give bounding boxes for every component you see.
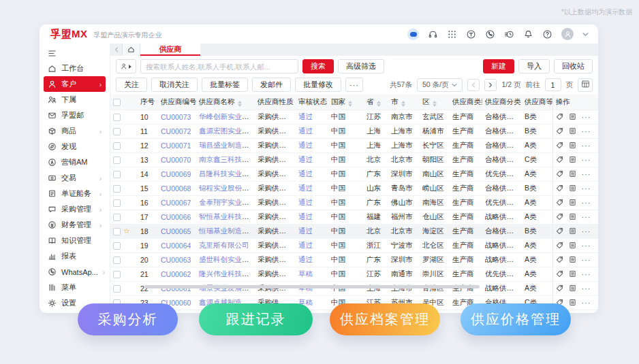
whatsapp-icon[interactable] xyxy=(485,29,495,39)
table-row[interactable]: 20CU00063盛世科创实业公司采购供应商通过中国广东深圳市罗湖区生产商战略供… xyxy=(110,252,598,267)
bell-icon[interactable] xyxy=(523,29,533,39)
detail-icon[interactable] xyxy=(569,199,576,206)
cell-status[interactable]: 通过 xyxy=(296,224,328,238)
cell-status[interactable]: 通过 xyxy=(296,167,328,181)
prev-page-button[interactable] xyxy=(467,79,480,91)
table-row[interactable]: 11CU00072鑫源宏图实业集团采购供应商通过中国上海上海市杨浦市生产商合格供… xyxy=(110,124,598,138)
column-header-type[interactable]: 供应商类型 xyxy=(450,95,482,110)
row-more-button[interactable]: ··· xyxy=(582,143,591,148)
sidebar-item-knowledge[interactable]: 知识管理 xyxy=(44,233,106,248)
row-more-button[interactable]: ··· xyxy=(582,243,591,248)
detail-icon[interactable] xyxy=(569,213,576,220)
sort-icon[interactable] xyxy=(377,101,381,107)
column-header-name[interactable]: 供应商名称 xyxy=(196,95,255,110)
column-header-country[interactable]: 国家 xyxy=(328,95,364,110)
tag-icon[interactable] xyxy=(556,270,563,278)
quick-action-purchase-analysis[interactable]: 采购分析 xyxy=(78,303,178,335)
sidebar-item-purchase[interactable]: 采购管理› xyxy=(44,201,106,217)
cell-status[interactable]: 通过 xyxy=(296,238,328,252)
cell-code[interactable]: CU00071 xyxy=(158,138,196,152)
next-page-button[interactable] xyxy=(484,79,497,91)
sidebar-item-fumeng-mail[interactable]: 孚盟邮 xyxy=(44,107,106,123)
detail-icon[interactable] xyxy=(569,113,576,120)
tag-icon[interactable] xyxy=(556,142,563,149)
tab-back-button[interactable] xyxy=(110,44,123,56)
more-actions-button[interactable]: ··· xyxy=(345,78,363,92)
detail-icon[interactable] xyxy=(569,270,576,278)
table-row[interactable]: 16CU00067金泰翔宇实业集团采购供应商通过中国广东佛山市南海区生产商优先供… xyxy=(110,195,598,210)
cell-code[interactable]: CU00064 xyxy=(158,238,196,252)
cell-code[interactable]: CU00069 xyxy=(158,167,196,181)
new-button[interactable]: 新建 xyxy=(483,59,514,73)
star-icon[interactable]: ☆ xyxy=(123,227,130,235)
detail-icon[interactable] xyxy=(569,142,576,149)
tag-icon[interactable] xyxy=(556,156,563,163)
search-button[interactable]: 搜索 xyxy=(302,59,334,73)
cell-name[interactable]: 昌隆科技实业发展... xyxy=(196,167,255,181)
goto-page-input[interactable] xyxy=(545,78,561,91)
sort-icon[interactable] xyxy=(401,101,405,107)
tab-suppliers[interactable]: 供应商 xyxy=(140,44,200,56)
row-checkbox[interactable] xyxy=(113,257,121,264)
row-checkbox[interactable] xyxy=(113,285,121,293)
column-header-status[interactable]: 审核状态 xyxy=(296,95,328,110)
cell-code[interactable]: CU00072 xyxy=(158,124,196,138)
cell-name[interactable]: 瑞昌盛业制造公司 xyxy=(196,138,255,152)
table-row[interactable]: ☆18CU00065恒瑞基业制造有限...采购供应商通过中国北京北京市海淀区生产… xyxy=(110,224,598,238)
headset-icon[interactable] xyxy=(428,29,438,39)
sort-icon[interactable] xyxy=(348,101,352,107)
help-icon[interactable] xyxy=(542,29,552,39)
tag-icon[interactable] xyxy=(556,256,563,263)
row-more-button[interactable]: ··· xyxy=(582,171,591,177)
sort-icon[interactable] xyxy=(433,101,437,107)
row-checkbox[interactable] xyxy=(113,171,121,178)
send-mail-button[interactable]: 发邮件 xyxy=(252,78,291,92)
sidebar-item-whatsapp[interactable]: WhatsAp...› xyxy=(44,264,106,280)
collapse-sidebar-button[interactable] xyxy=(44,46,106,61)
cell-status[interactable]: 通过 xyxy=(296,124,328,138)
advanced-filter-button[interactable]: 高级筛选 xyxy=(338,59,384,73)
cell-status[interactable]: 通过 xyxy=(296,110,328,124)
table-row[interactable]: 21CU00062隆兴伟业科技实业采购供应商草稿中国江苏南通市崇川区生产商优先供… xyxy=(110,267,598,281)
cell-code[interactable]: CU00070 xyxy=(158,152,196,167)
cell-name[interactable]: 智恒基业科技实业 xyxy=(196,210,255,224)
cell-status[interactable]: 通过 xyxy=(296,252,328,267)
row-checkbox[interactable] xyxy=(113,185,121,193)
history-icon[interactable] xyxy=(504,29,514,39)
sidebar-item-marketing-am[interactable]: 营销AM xyxy=(44,154,106,170)
table-row[interactable]: 14CU00069昌隆科技实业发展...采购供应商通过中国广东深圳市南山区生产商… xyxy=(110,167,598,181)
row-more-button[interactable]: ··· xyxy=(582,157,591,163)
cell-code[interactable]: CU00063 xyxy=(158,252,196,267)
table-row[interactable]: 17CU00066智恒基业科技实业采购供应商通过中国福建福州市仓山区生产商战略供… xyxy=(110,210,598,224)
quick-action-supply-price-mgmt[interactable]: 供应价格管理 xyxy=(461,303,571,335)
table-row[interactable]: 12CU00071瑞昌盛业制造公司采购供应商通过中国上海上海市长宁区生产商合格供… xyxy=(110,138,598,152)
sidebar-item-subordinate[interactable]: 下属 xyxy=(44,92,106,107)
column-header-province[interactable]: 省 xyxy=(364,95,388,110)
row-checkbox[interactable] xyxy=(113,156,121,164)
avatar-icon[interactable] xyxy=(561,28,574,40)
sidebar-item-shipping-doc[interactable]: 单证船务› xyxy=(44,186,106,201)
tag-icon[interactable] xyxy=(556,113,563,120)
sidebar-item-trade[interactable]: 交易› xyxy=(44,170,106,186)
row-checkbox[interactable] xyxy=(113,228,121,235)
column-header-nature[interactable]: 供应商性质 xyxy=(255,95,296,110)
import-button[interactable]: 导入 xyxy=(518,59,550,73)
translate-icon[interactable] xyxy=(466,29,476,39)
cell-code[interactable]: CU00066 xyxy=(158,210,196,224)
column-settings-button[interactable] xyxy=(578,78,593,92)
sort-icon[interactable] xyxy=(238,101,242,107)
row-more-button[interactable]: ··· xyxy=(582,286,591,291)
chevron-down-icon[interactable] xyxy=(582,28,589,40)
tag-icon[interactable] xyxy=(556,184,563,192)
detail-icon[interactable] xyxy=(569,156,576,163)
cell-name[interactable]: 克里斯有限公司 xyxy=(196,238,255,252)
sidebar-item-menu[interactable]: 菜单 xyxy=(44,280,106,295)
column-header-code[interactable]: 供应商编号 xyxy=(158,95,196,110)
cell-status[interactable]: 通过 xyxy=(296,195,328,210)
tab-home-button[interactable] xyxy=(123,44,140,56)
table-row[interactable]: 10CU00073华峰创新实业有限...采购供应商通过中国江苏南京市玄武区生产商… xyxy=(110,110,598,124)
cell-code[interactable]: CU00067 xyxy=(158,195,196,210)
cell-name[interactable]: 隆兴伟业科技实业 xyxy=(196,267,255,281)
horizontal-scrollbar[interactable] xyxy=(144,285,480,288)
tag-icon[interactable] xyxy=(556,199,563,206)
